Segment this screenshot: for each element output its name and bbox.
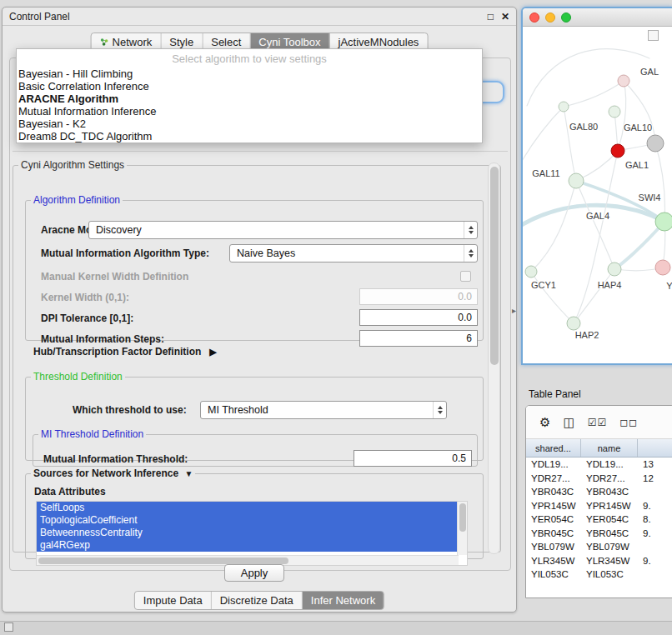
float-window-icon[interactable]: □ — [488, 11, 494, 22]
splitter-handle[interactable]: ▸ — [512, 306, 516, 315]
columns-icon[interactable]: ◫ — [563, 416, 574, 428]
expand-down-icon[interactable]: ▼ — [184, 469, 193, 478]
algorithm-option[interactable]: Bayesian - K2 — [17, 118, 482, 130]
network-node[interactable] — [567, 317, 580, 330]
network-node[interactable] — [609, 106, 620, 118]
network-node[interactable] — [655, 212, 672, 231]
table-cell: 9. — [638, 499, 672, 513]
node-label: HAP4 — [598, 280, 622, 290]
table-cell: YDR27... — [581, 472, 638, 486]
network-node[interactable] — [559, 102, 569, 112]
dock-panel-icon[interactable] — [4, 622, 13, 632]
algorithm-option[interactable]: Dream8 DC_TDC Algorithm — [17, 130, 482, 142]
network-view-window: GALGAL80GAL10GAL11GAL1SWI4GAL4GCY1HAP4HA… — [521, 7, 672, 365]
network-node[interactable] — [618, 75, 629, 87]
table-cell: 12 — [638, 472, 672, 486]
control-panel-titlebar[interactable]: Control Panel □ ✕ — [3, 8, 516, 26]
node-label: GAL11 — [532, 168, 559, 178]
table-row[interactable]: YBR045CYBR045C9. — [526, 527, 672, 541]
scroll-up-button[interactable] — [648, 30, 659, 41]
mi-algorithm-type-label: Mutual Information Algorithm Type: — [41, 248, 209, 259]
network-node[interactable] — [647, 135, 664, 152]
network-edge — [523, 107, 564, 167]
table-row[interactable]: YIL053CYIL053C — [526, 568, 672, 582]
network-window-titlebar[interactable] — [523, 8, 672, 27]
column-header[interactable] — [638, 439, 672, 457]
table-cell: YBR045C — [581, 527, 638, 541]
mi-algorithm-type-select[interactable]: Naive Bayes — [229, 244, 478, 262]
attribute-item[interactable]: TopologicalCoefficient — [37, 514, 459, 527]
network-node[interactable] — [608, 262, 621, 276]
stepper-icon — [464, 245, 477, 262]
algorithm-dropdown-popup: Select algorithm to view settings Bayesi… — [16, 48, 483, 143]
attribute-item[interactable]: SelfLoops — [37, 502, 459, 514]
apply-button[interactable]: Apply — [224, 564, 284, 582]
attributes-vertical-scrollbar[interactable] — [457, 502, 467, 555]
aracne-mode-select[interactable]: Discovery — [88, 221, 478, 239]
table-row[interactable]: YDL19...YDL19...13 — [526, 458, 672, 472]
tab-infer-network[interactable]: Infer Network — [303, 592, 384, 609]
network-node[interactable] — [611, 144, 624, 158]
table-row[interactable]: YER054CYER054C8. — [526, 512, 672, 527]
network-node[interactable] — [525, 266, 537, 278]
table-row[interactable]: YBL079WYBL079W — [526, 540, 672, 554]
table-cell: YBR043C — [526, 485, 581, 499]
table-row[interactable]: YLR345WYLR345W9. — [526, 554, 672, 568]
table-cell — [638, 540, 672, 554]
manual-kernel-width-checkbox[interactable] — [460, 271, 471, 282]
table-row[interactable]: YDR27...YDR27...12 — [526, 472, 672, 486]
select-all-icon[interactable]: ☑☑ — [588, 418, 608, 428]
data-attributes-label: Data Attributes — [34, 486, 106, 498]
network-node[interactable] — [655, 260, 670, 275]
close-icon[interactable]: ✕ — [501, 11, 509, 22]
table-header-row: shared...name — [526, 439, 672, 458]
table-cell: YIL053C — [581, 568, 638, 582]
table-panel: ⚙ ◫ ☑☑ ◻◻ shared...name YDL19...YDL19...… — [525, 405, 672, 598]
hub-definition-section[interactable]: Hub/Transcription Factor Definition ▶ — [33, 346, 217, 358]
table-row[interactable]: YBR043CYBR043C — [526, 485, 672, 499]
network-node[interactable] — [569, 173, 584, 188]
close-traffic-light-icon[interactable] — [529, 12, 539, 22]
node-label: GAL80 — [569, 122, 598, 132]
algorithm-option[interactable]: ARACNE Algorithm — [17, 92, 482, 105]
network-edge — [527, 49, 649, 106]
algorithm-definition-title: Algorithm Definition — [33, 194, 120, 206]
zoom-traffic-light-icon[interactable] — [561, 12, 571, 22]
mi-algorithm-type-value: Naive Bayes — [237, 248, 295, 259]
tab-impute-data[interactable]: Impute Data — [135, 592, 212, 609]
settings-scrollbar[interactable] — [488, 162, 500, 554]
attribute-item[interactable]: BetweennessCentrality — [37, 527, 459, 539]
algorithm-option[interactable]: Basic Correlation Inference — [17, 80, 482, 92]
algorithm-option[interactable]: Bayesian - Hill Climbing — [17, 68, 482, 80]
data-attributes-list[interactable]: SelfLoopsTopologicalCoefficientBetweenne… — [36, 501, 468, 566]
gear-icon[interactable]: ⚙ — [539, 416, 550, 428]
mi-threshold-definition-title: MI Threshold Definition — [41, 428, 143, 440]
mi-threshold-field[interactable]: 0.5 — [354, 450, 472, 467]
table-cell: YDL19... — [526, 458, 581, 472]
which-threshold-label: Which threshold to use: — [73, 404, 187, 416]
mi-steps-field[interactable]: 6 — [359, 330, 478, 347]
deselect-all-icon[interactable]: ◻◻ — [619, 418, 638, 428]
kernel-width-field[interactable]: 0.0 — [359, 288, 478, 305]
network-canvas[interactable]: GALGAL80GAL10GAL11GAL1SWI4GAL4GCY1HAP4HA… — [523, 27, 672, 363]
algorithm-option[interactable]: Mutual Information Inference — [17, 105, 482, 118]
window-title: Control Panel — [9, 11, 488, 22]
network-graph[interactable]: GALGAL80GAL10GAL11GAL1SWI4GAL4GCY1HAP4HA… — [523, 27, 672, 365]
dpi-tolerance-label: DPI Tolerance [0,1]: — [41, 312, 133, 324]
screen: Control Panel □ ✕ NetworkStyleSelectCyni… — [0, 0, 672, 635]
dpi-tolerance-field[interactable]: 0.0 — [359, 309, 478, 326]
which-threshold-select[interactable]: MI Threshold — [200, 401, 447, 419]
table-cell: YLR345W — [581, 554, 638, 568]
expand-right-icon[interactable]: ▶ — [209, 347, 216, 358]
table-cell — [638, 568, 672, 582]
attribute-item[interactable]: gal4RGexp — [37, 539, 459, 552]
tab-discretize-data[interactable]: Discretize Data — [212, 592, 303, 609]
column-header[interactable]: name — [581, 439, 638, 457]
minimize-traffic-light-icon[interactable] — [545, 12, 555, 22]
tab-label: Discretize Data — [220, 594, 293, 607]
table-row[interactable]: YPR145WYPR145W9. — [526, 499, 672, 513]
node-label: GAL1 — [625, 160, 649, 170]
mi-threshold-definition-group: MI Threshold Definition Mutual Informati… — [33, 428, 478, 467]
column-header[interactable]: shared... — [526, 439, 581, 457]
network-edge — [614, 222, 664, 269]
